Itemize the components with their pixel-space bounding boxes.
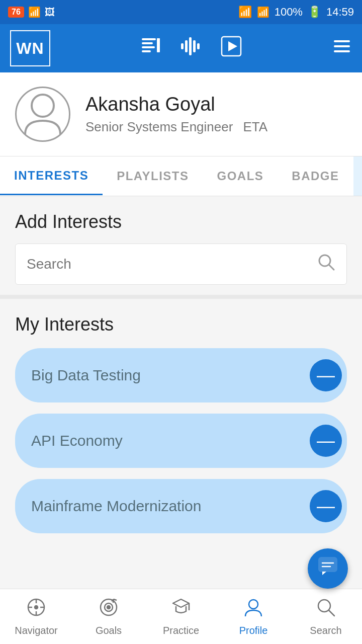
profile-section: Akansha Goyal Senior Systems Engineer ET… — [0, 72, 362, 156]
svg-rect-7 — [189, 37, 192, 55]
add-interests-section: Add Interests — [0, 196, 362, 295]
tab-interests[interactable]: INTERESTS — [0, 157, 103, 195]
interest-label: API Economy — [31, 432, 123, 449]
signal-icon: 📶 — [257, 6, 269, 18]
remove-interest-button[interactable]: — — [310, 359, 342, 391]
nav-item-goals[interactable]: Goals — [72, 589, 145, 644]
svg-rect-18 — [319, 557, 337, 572]
chat-fab-button[interactable] — [308, 548, 348, 589]
bottom-nav: Navigator Goals Practice — [0, 589, 362, 644]
svg-point-30 — [107, 606, 110, 609]
reading-list-icon[interactable] — [140, 35, 162, 62]
my-interests-section: My Interests Big Data Testing — API Econ… — [0, 299, 362, 554]
interest-label: Big Data Testing — [31, 367, 141, 384]
svg-rect-5 — [181, 43, 184, 49]
status-left: 76 📶 🖼 — [8, 6, 55, 18]
navigator-label: Navigator — [15, 625, 58, 636]
svg-marker-11 — [228, 41, 237, 51]
list-item: Big Data Testing — — [15, 348, 347, 403]
svg-rect-2 — [142, 46, 155, 48]
navigator-icon — [26, 597, 46, 622]
tabs-bar: INTERESTS PLAYLISTS GOALS BADGE › — [0, 156, 362, 196]
wifi-icon: 📶 — [238, 6, 252, 19]
tab-playlists[interactable]: PLAYLISTS — [103, 158, 203, 194]
list-item: Mainframe Modernization — — [15, 479, 347, 533]
tab-goals[interactable]: GOALS — [203, 158, 278, 194]
svg-rect-4 — [157, 38, 160, 52]
search-label: Search — [310, 625, 341, 636]
profile-company: ETA — [243, 119, 267, 135]
avatar — [15, 87, 70, 142]
practice-icon — [171, 597, 191, 622]
svg-rect-13 — [334, 45, 350, 47]
svg-rect-6 — [185, 40, 188, 52]
play-icon[interactable] — [220, 35, 242, 62]
goals-icon — [99, 597, 119, 622]
svg-rect-8 — [193, 40, 196, 52]
minus-icon: — — [317, 497, 335, 515]
svg-rect-9 — [197, 43, 200, 49]
svg-rect-12 — [334, 40, 350, 42]
svg-rect-1 — [142, 42, 153, 44]
svg-line-33 — [113, 599, 114, 603]
battery-percent: 100% — [275, 6, 303, 19]
status-right: 📶 📶 100% 🔋 14:59 — [238, 6, 354, 19]
minus-icon: — — [317, 432, 335, 450]
svg-rect-14 — [334, 50, 350, 52]
remove-interest-button[interactable]: — — [310, 425, 342, 457]
add-interests-title: Add Interests — [15, 211, 347, 232]
time: 14:59 — [326, 6, 354, 19]
profile-meta: Senior Systems Engineer ETA — [85, 119, 267, 135]
top-nav: WN — [0, 24, 362, 72]
profile-name: Akansha Goyal — [85, 94, 267, 115]
svg-point-35 — [249, 600, 258, 609]
interests-search-input[interactable] — [27, 256, 317, 272]
remove-interest-button[interactable]: — — [310, 490, 342, 522]
nav-item-navigator[interactable]: Navigator — [0, 589, 72, 644]
waveform-icon[interactable] — [180, 35, 202, 62]
battery-icon: 🔋 — [308, 6, 321, 19]
section-separator — [0, 295, 362, 299]
photo-icon: 🖼 — [45, 7, 55, 18]
nav-item-search[interactable]: Search — [290, 589, 362, 644]
hamburger-menu-icon[interactable] — [332, 36, 352, 61]
interest-label: Mainframe Modernization — [31, 498, 201, 515]
my-interests-title: My Interests — [15, 314, 347, 335]
goals-label: Goals — [96, 625, 122, 636]
interests-search-box — [15, 244, 347, 285]
search-icon[interactable] — [317, 253, 335, 275]
svg-point-23 — [35, 606, 38, 609]
sim-icon: 📶 — [28, 6, 41, 18]
svg-line-17 — [329, 265, 334, 270]
tab-badges[interactable]: BADGE — [278, 158, 353, 194]
profile-info: Akansha Goyal Senior Systems Engineer ET… — [85, 94, 267, 135]
top-nav-icons — [50, 35, 332, 62]
list-item: API Economy — — [15, 414, 347, 468]
nav-item-practice[interactable]: Practice — [145, 589, 217, 644]
profile-label: Profile — [239, 625, 268, 636]
tabs-scroll-right[interactable]: › — [353, 156, 362, 196]
profile-title: Senior Systems Engineer — [85, 119, 233, 135]
svg-marker-21 — [322, 572, 326, 575]
minus-icon: — — [317, 366, 335, 384]
notification-badge: 76 — [8, 7, 24, 18]
app-logo[interactable]: WN — [10, 30, 50, 66]
practice-label: Practice — [163, 625, 199, 636]
svg-line-37 — [329, 610, 334, 616]
nav-item-profile[interactable]: Profile — [217, 589, 290, 644]
status-bar: 76 📶 🖼 📶 📶 100% 🔋 14:59 — [0, 0, 362, 24]
svg-rect-3 — [142, 50, 151, 52]
svg-point-15 — [32, 95, 54, 117]
profile-icon — [243, 597, 263, 622]
search-nav-icon — [316, 597, 336, 622]
svg-rect-0 — [142, 38, 156, 40]
chat-icon — [317, 556, 338, 582]
